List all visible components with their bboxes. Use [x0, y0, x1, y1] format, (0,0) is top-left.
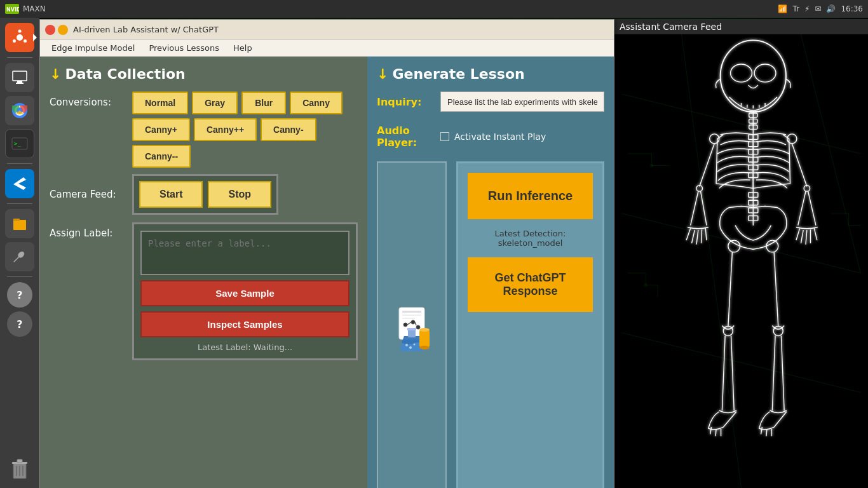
svg-point-5	[24, 39, 27, 43]
svg-point-39	[414, 344, 416, 346]
window-title: AI-driven Lab Assistant w/ ChatGPT	[73, 25, 219, 34]
conv-btn-gray[interactable]: Gray	[192, 92, 238, 114]
taskbar-bottom	[5, 454, 34, 488]
save-sample-button[interactable]: Save Sample	[140, 280, 349, 306]
conv-btn-canny-plus[interactable]: Canny+	[132, 118, 190, 141]
data-collection-title: ↓ Data Collection	[50, 66, 358, 82]
svg-rect-33	[407, 328, 416, 330]
svg-point-45	[721, 40, 786, 112]
svg-line-90	[728, 252, 733, 327]
conv-btn-blur[interactable]: Blur	[241, 92, 286, 114]
taskbar-divider-2	[7, 163, 32, 164]
svg-rect-7	[13, 71, 27, 81]
svg-line-44	[801, 34, 860, 273]
taskbar-divider-1	[7, 57, 32, 58]
system-bar-left: NVIDIA MAXN	[5, 4, 46, 14]
conv-btn-canny-minusminus[interactable]: Canny--	[132, 145, 191, 168]
svg-line-72	[691, 191, 698, 226]
taskbar-item-help2[interactable]: ?	[7, 311, 32, 337]
svg-text:>_: >_	[14, 140, 21, 147]
bluetooth-icon: ⚡	[804, 4, 810, 13]
taskbar-item-wrench[interactable]	[5, 242, 34, 271]
camera-feed-section: Camera Feed: Start Stop	[50, 174, 358, 215]
app-content: ↓ Data Collection Conversions: Normal Gr…	[40, 57, 614, 488]
activate-instant-play-text: Activate Instant Play	[454, 132, 546, 142]
system-bar: NVIDIA MAXN 📶 Tr ⚡ ✉ 🔊 16:36	[0, 0, 868, 18]
arrow-icon-2: ↓	[377, 66, 388, 82]
menu-bar: Edge Impulse Model Previous Lessons Help	[40, 40, 614, 57]
svg-point-51	[731, 64, 752, 82]
svg-line-42	[622, 333, 861, 393]
conv-btn-canny-minus[interactable]: Canny-	[261, 118, 316, 141]
generate-lesson-panel: ↓ Generate Lesson Inquiry: Audio Player:…	[367, 57, 614, 488]
inquiry-input[interactable]	[440, 92, 604, 112]
right-bottom-area: Run Inference Latest Detection: skeleton…	[377, 161, 604, 488]
svg-rect-34	[419, 330, 430, 348]
taskbar-item-ubuntu[interactable]	[5, 23, 34, 52]
svg-line-86	[806, 230, 807, 245]
conv-btn-canny[interactable]: Canny	[290, 92, 342, 114]
svg-point-6	[13, 39, 16, 43]
window-minimize-button[interactable]	[58, 25, 68, 35]
label-input[interactable]	[148, 238, 342, 259]
svg-point-35	[419, 328, 430, 332]
stop-button[interactable]: Stop	[208, 181, 271, 208]
svg-line-103	[766, 429, 767, 436]
svg-line-77	[702, 229, 702, 243]
activate-instant-play-checkbox[interactable]	[440, 132, 449, 141]
svg-text:NVIDIA: NVIDIA	[6, 7, 19, 13]
system-bar-app-name: MAXN	[23, 4, 46, 13]
camera-feed-controls: Start Stop	[132, 174, 278, 215]
svg-line-88	[814, 227, 817, 240]
start-button[interactable]: Start	[139, 181, 203, 208]
camera-side-panel: Assistant Camera Feed	[614, 19, 868, 488]
svg-point-105	[650, 164, 654, 168]
label-input-area[interactable]	[140, 231, 349, 275]
taskbar-item-help1[interactable]: ?	[7, 282, 32, 308]
data-collection-title-text: Data Collection	[65, 66, 185, 82]
system-tray: 📶 Tr ⚡ ✉ 🔊 16:36	[778, 4, 863, 13]
window-close-button[interactable]	[45, 25, 55, 35]
conv-btn-normal[interactable]: Normal	[132, 92, 188, 114]
menu-edge-impulse[interactable]: Edge Impulse Model	[45, 42, 141, 54]
svg-line-94	[710, 427, 712, 434]
svg-rect-16	[13, 219, 20, 221]
data-collection-panel: ↓ Data Collection Conversions: Normal Gr…	[40, 57, 367, 488]
latest-detection-text: Latest Detection: skeleton_model	[468, 229, 593, 248]
svg-point-37	[405, 344, 408, 346]
inspect-samples-button[interactable]: Inspect Samples	[140, 311, 349, 337]
get-chatgpt-button[interactable]: Get ChatGPT Response	[468, 257, 593, 312]
taskbar-item-files[interactable]	[5, 209, 34, 238]
svg-point-36	[419, 346, 430, 349]
conversions-section: Conversions: Normal Gray Blur Canny Cann…	[50, 92, 358, 168]
audio-player-label: Audio Player:	[377, 125, 434, 149]
svg-point-89	[728, 240, 740, 252]
menu-help[interactable]: Help	[227, 42, 259, 54]
window-titlebar: AI-driven Lab Assistant w/ ChatGPT	[40, 20, 614, 40]
taskbar-item-chrome[interactable]	[5, 96, 34, 125]
svg-point-27	[403, 323, 407, 327]
assign-label-box: Save Sample Inspect Samples Latest Label…	[132, 222, 358, 360]
inference-area: Run Inference Latest Detection: skeleton…	[456, 161, 604, 488]
menu-previous-lessons[interactable]: Previous Lessons	[142, 42, 226, 54]
generate-lesson-title-text: Generate Lesson	[392, 66, 524, 82]
taskbar: >_ ? ?	[0, 18, 39, 488]
generate-lesson-title: ↓ Generate Lesson	[377, 66, 604, 82]
svg-rect-26	[402, 318, 415, 319]
svg-point-99	[773, 326, 783, 336]
svg-line-85	[801, 230, 803, 243]
taskbar-divider-4	[7, 276, 32, 277]
lab-icon-area	[377, 161, 447, 488]
run-inference-button[interactable]: Run Inference	[468, 173, 593, 219]
conv-btn-canny-plusplus[interactable]: Canny++	[194, 118, 257, 141]
wifi-icon: 📶	[778, 4, 787, 13]
svg-line-82	[798, 191, 806, 226]
tr-icon: Tr	[792, 4, 799, 13]
taskbar-item-trash[interactable]	[5, 454, 34, 483]
taskbar-item-monitor[interactable]	[5, 63, 34, 92]
taskbar-arrow-ubuntu	[33, 34, 37, 41]
taskbar-item-terminal[interactable]: >_	[5, 129, 34, 158]
inquiry-row: Inquiry:	[377, 92, 604, 112]
taskbar-item-vscode[interactable]	[5, 169, 34, 198]
conversions-label: Conversions:	[50, 92, 132, 108]
